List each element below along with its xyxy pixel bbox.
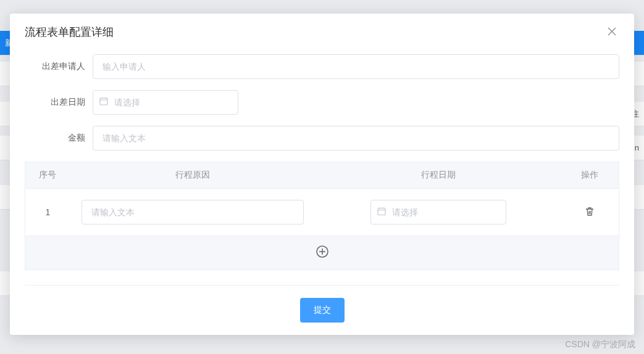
date-input[interactable] (93, 90, 238, 115)
modal-title: 流程表单配置详细 (25, 25, 114, 39)
th-reason: 行程原因 (70, 162, 316, 189)
applicant-label: 出差申请人 (25, 61, 93, 72)
date-label: 出差日期 (25, 97, 93, 108)
close-button[interactable] (604, 25, 619, 39)
trash-icon (584, 206, 595, 217)
th-action: 操作 (561, 162, 619, 189)
trip-table: 序号 行程原因 行程日期 操作 1 (25, 162, 619, 236)
add-row-button[interactable] (25, 236, 619, 270)
applicant-input[interactable] (93, 54, 619, 79)
delete-button[interactable] (584, 206, 595, 217)
row-date-input[interactable] (370, 200, 506, 224)
plus-icon (316, 245, 329, 258)
submit-button[interactable]: 提交 (300, 298, 345, 323)
amount-input[interactable] (93, 126, 619, 150)
form-row-date: 出差日期 (25, 90, 619, 115)
amount-label: 金额 (25, 133, 93, 144)
table-row: 1 (25, 189, 619, 236)
cell-seq: 1 (25, 189, 70, 236)
th-date: 行程日期 (316, 162, 561, 189)
form-row-applicant: 出差申请人 (25, 54, 619, 79)
close-icon (608, 26, 616, 39)
modal-dialog: 流程表单配置详细 出差申请人 出差日期 (10, 14, 634, 335)
form-row-amount: 金额 (25, 126, 619, 150)
form-body: 出差申请人 出差日期 金额 (10, 47, 634, 270)
modal-header: 流程表单配置详细 (10, 14, 634, 47)
th-seq: 序号 (25, 162, 70, 189)
reason-input[interactable] (82, 200, 304, 224)
modal-footer: 提交 (10, 286, 634, 323)
